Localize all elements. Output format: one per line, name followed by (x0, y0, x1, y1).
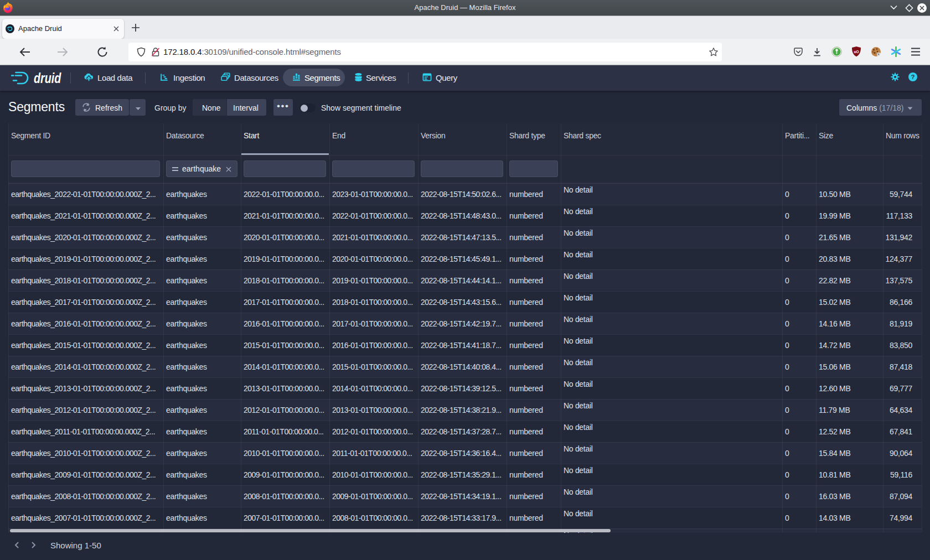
svg-text:?: ? (911, 74, 914, 80)
svg-text:uO: uO (854, 50, 859, 54)
